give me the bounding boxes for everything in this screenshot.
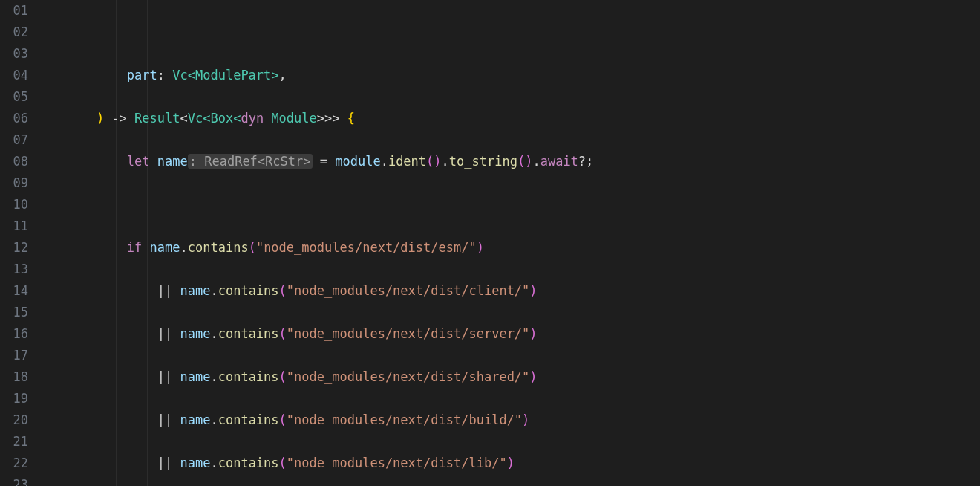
type-module: Module [271, 111, 316, 126]
code-line[interactable]: ) -> Result<Vc<Box<dyn Module>>> { [36, 108, 980, 129]
variable-name: name [180, 326, 210, 341]
variable-name: name [180, 283, 210, 298]
line-number: 03 [0, 43, 28, 65]
code-line[interactable] [36, 194, 980, 216]
keyword-let: let [127, 154, 157, 169]
line-number: 12 [0, 237, 28, 259]
type-annotation: Vc<ModulePart> [172, 68, 278, 82]
parameter-name: part [127, 68, 157, 82]
line-number: 05 [0, 86, 28, 108]
keyword-dyn: dyn [241, 111, 271, 126]
string-literal: "node_modules/next/dist/lib/" [287, 456, 507, 470]
code-line[interactable]: part: Vc<ModulePart>, [36, 65, 980, 86]
line-number: 09 [0, 172, 28, 194]
line-number: 20 [0, 409, 28, 431]
method-call: contains [218, 283, 279, 298]
line-number: 17 [0, 345, 28, 366]
operator-or: || [157, 456, 180, 470]
line-number: 15 [0, 302, 28, 323]
code-area[interactable]: part: Vc<ModulePart>, ) -> Result<Vc<Box… [36, 0, 980, 486]
line-number: 18 [0, 366, 28, 388]
line-number: 23 [0, 474, 28, 486]
line-number: 11 [0, 216, 28, 237]
string-literal: "node_modules/next/dist/esm/" [256, 240, 477, 255]
code-line[interactable]: || name.contains("node_modules/next/dist… [36, 409, 980, 431]
variable-module: module [335, 154, 380, 169]
method-call: contains [218, 369, 279, 384]
code-editor[interactable]: 01 02 03 04 05 06 07 08 09 10 11 12 13 1… [0, 0, 980, 486]
string-literal: "node_modules/next/dist/shared/" [287, 369, 530, 384]
string-literal: "node_modules/next/dist/client/" [287, 283, 530, 298]
type-generics-close: >>> [317, 111, 340, 126]
operator-or: || [157, 326, 180, 341]
method-call: contains [188, 240, 249, 255]
return-arrow: -> [104, 111, 134, 126]
line-number-gutter: 01 02 03 04 05 06 07 08 09 10 11 12 13 1… [0, 0, 36, 486]
method-call: contains [218, 326, 279, 341]
code-line[interactable]: let name: ReadRef<RcStr> = module.ident(… [36, 151, 980, 172]
method-call: contains [218, 456, 279, 470]
line-number: 04 [0, 65, 28, 86]
method-call: contains [218, 412, 279, 427]
code-line[interactable]: || name.contains("node_modules/next/dist… [36, 323, 980, 345]
variable-name: name [150, 240, 180, 255]
variable-name: name [157, 154, 188, 169]
line-number: 02 [0, 22, 28, 43]
operator-or: || [157, 369, 180, 384]
line-number: 21 [0, 431, 28, 453]
variable-name: name [180, 456, 210, 470]
string-literal: "node_modules/next/dist/build/" [287, 412, 522, 427]
line-number: 14 [0, 280, 28, 302]
operator-or: || [157, 412, 180, 427]
line-number: 22 [0, 453, 28, 474]
equals: = [313, 154, 336, 169]
method-call: ident [388, 154, 426, 169]
line-number: 08 [0, 151, 28, 172]
type-result: Result [134, 111, 180, 126]
line-number: 13 [0, 259, 28, 280]
line-number: 19 [0, 388, 28, 409]
type-inner: Vc<Box< [188, 111, 241, 126]
string-literal: "node_modules/next/dist/server/" [287, 326, 530, 341]
line-number: 07 [0, 129, 28, 151]
keyword-await: await [540, 154, 578, 169]
line-number: 01 [0, 0, 28, 22]
line-number: 06 [0, 108, 28, 129]
line-number: 10 [0, 194, 28, 216]
keyword-if: if [127, 240, 150, 255]
line-number: 16 [0, 323, 28, 345]
code-line[interactable]: || name.contains("node_modules/next/dist… [36, 366, 980, 388]
method-call: to_string [449, 154, 517, 169]
inlay-hint: : ReadRef<RcStr> [188, 154, 313, 169]
operator-or: || [157, 283, 180, 298]
variable-name: name [180, 412, 210, 427]
code-line[interactable]: || name.contains("node_modules/next/dist… [36, 280, 980, 302]
variable-name: name [180, 369, 210, 384]
code-line[interactable]: if name.contains("node_modules/next/dist… [36, 237, 980, 259]
code-line[interactable]: || name.contains("node_modules/next/dist… [36, 453, 980, 474]
